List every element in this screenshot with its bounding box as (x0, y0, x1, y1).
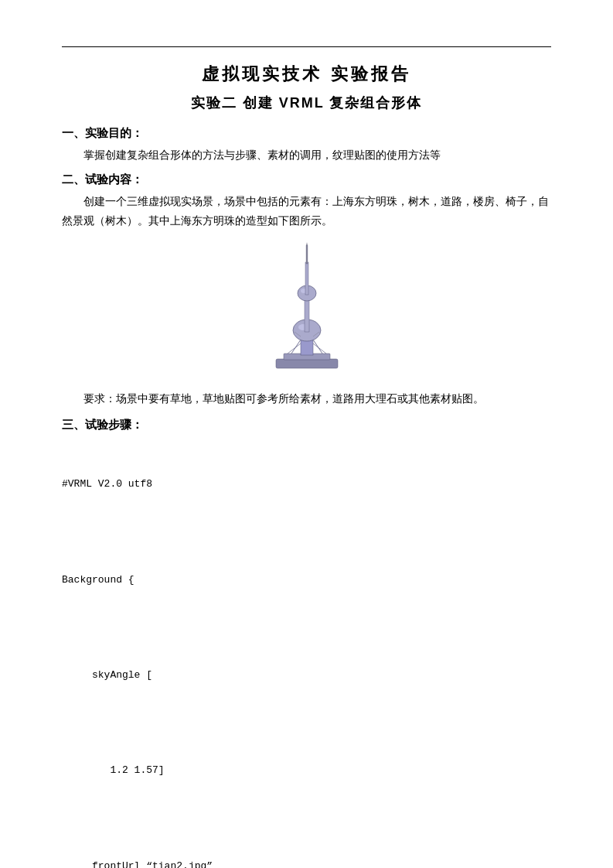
svg-rect-8 (305, 262, 308, 295)
image-container (62, 239, 551, 378)
code-line-0: #VRML V2.0 utf8 (62, 475, 551, 494)
section-2-heading: 二、试验内容： (62, 173, 551, 187)
svg-rect-9 (306, 245, 308, 264)
svg-line-13 (288, 343, 301, 354)
requirement-text: 要求：场景中要有草地，草地贴图可参考所给素材，道路用大理石或其他素材贴图。 (62, 389, 551, 408)
section-2-content: 创建一个三维虚拟现实场景，场景中包括的元素有：上海东方明珠，树木，道路，楼房、椅… (62, 192, 551, 231)
code-line-6: 1.2 1.57] (62, 761, 551, 781)
svg-line-11 (291, 340, 301, 354)
svg-line-14 (313, 343, 326, 354)
svg-rect-0 (276, 359, 338, 368)
svg-rect-2 (301, 340, 313, 355)
code-line-4: skyAngle [ (62, 666, 551, 685)
tower-image (261, 239, 353, 378)
svg-marker-10 (306, 242, 308, 245)
section-3-heading: 三、试验步骤： (62, 418, 551, 432)
svg-rect-5 (305, 299, 309, 332)
top-border (62, 46, 551, 47)
section-2: 二、试验内容： 创建一个三维虚拟现实场景，场景中包括的元素有：上海东方明珠，树木… (62, 173, 551, 231)
section-1-content: 掌握创建复杂组合形体的方法与步骤、素材的调用，纹理贴图的使用方法等 (62, 145, 551, 165)
code-line-8: frontUrl “tian2.jpg” (62, 857, 551, 868)
code-line-2: Background { (62, 571, 551, 590)
svg-line-12 (313, 340, 322, 354)
section-3: 三、试验步骤： (62, 418, 551, 432)
main-title: 虚拟现实技术 实验报告 (62, 63, 551, 86)
page: 虚拟现实技术 实验报告 实验二 创建 VRML 复杂组合形体 一、实验目的： 掌… (0, 0, 613, 868)
sub-title: 实验二 创建 VRML 复杂组合形体 (62, 94, 551, 112)
section-1: 一、实验目的： 掌握创建复杂组合形体的方法与步骤、素材的调用，纹理贴图的使用方法… (62, 126, 551, 165)
code-block: #VRML V2.0 utf8 Background { skyAngle [ … (62, 437, 551, 868)
section-1-heading: 一、实验目的： (62, 126, 551, 141)
